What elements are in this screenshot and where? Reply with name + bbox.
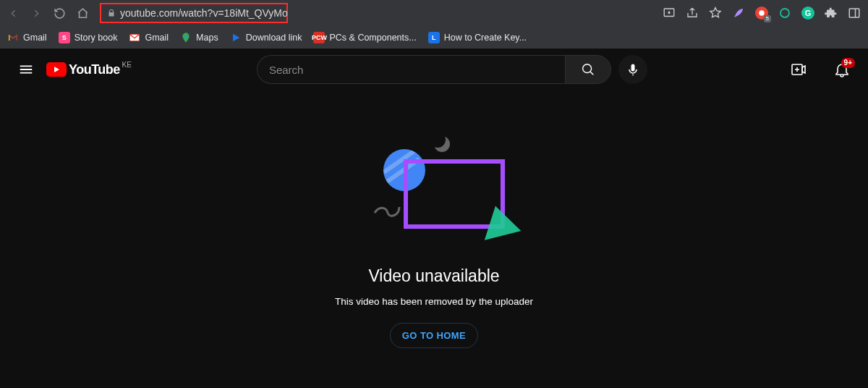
error-subtitle: This video has been removed by the uploa… [335, 296, 533, 307]
extension-teal-icon[interactable] [778, 7, 791, 20]
bookmark-label: Gmail [23, 33, 47, 43]
url-text: youtube.com/watch?v=18iMt_QVyMo [120, 7, 288, 19]
voice-search-button[interactable] [618, 55, 647, 84]
extension-feather-icon[interactable] [732, 7, 745, 20]
share-icon[interactable] [686, 7, 699, 20]
svg-point-6 [184, 35, 187, 37]
bookmarks-bar: GmailSStory bookGmailMapsDownload linkPC… [0, 26, 868, 49]
youtube-wordmark: YouTube [69, 62, 120, 77]
error-illustration [362, 140, 506, 249]
lock-icon [107, 9, 116, 17]
toolbar-right: 5 G [663, 7, 864, 20]
extension-red-icon[interactable]: 5 [755, 7, 768, 20]
browser-toolbar: youtube.com/watch?v=18iMt_QVyMo 5 G [0, 0, 868, 26]
search-form [257, 55, 647, 84]
svg-point-1 [759, 10, 765, 16]
svg-rect-3 [849, 9, 859, 17]
svg-line-8 [590, 72, 593, 75]
extensions-puzzle-icon[interactable] [825, 7, 838, 20]
home-button[interactable] [74, 4, 91, 22]
menu-button[interactable] [12, 55, 41, 84]
bookmark-label: Gmail [145, 33, 169, 43]
reload-button[interactable] [51, 4, 68, 22]
go-home-button[interactable]: GO TO HOME [390, 323, 478, 348]
country-code: KE [122, 61, 131, 69]
create-button[interactable] [784, 55, 813, 84]
bookmark-item[interactable]: PCWPCs & Components... [313, 32, 416, 43]
error-content: Video unavailable This video has been re… [0, 90, 868, 388]
youtube-header: YouTube KE 9+ [0, 49, 868, 90]
bookmark-item[interactable]: SStory book [59, 32, 118, 43]
back-button[interactable] [4, 4, 22, 22]
error-title: Video unavailable [368, 266, 499, 286]
notifications-button[interactable]: 9+ [827, 55, 856, 84]
forward-button[interactable] [27, 4, 45, 22]
bookmark-star-icon[interactable] [709, 7, 722, 20]
bookmark-label: PCs & Components... [329, 33, 416, 43]
address-bar[interactable]: youtube.com/watch?v=18iMt_QVyMo [100, 3, 288, 23]
bookmark-item[interactable]: Gmail [7, 32, 47, 43]
sidepanel-icon[interactable] [848, 7, 861, 20]
youtube-play-icon [46, 62, 67, 77]
notification-badge: 9+ [841, 58, 855, 68]
search-input[interactable] [257, 55, 565, 84]
bookmark-item[interactable]: LHow to Create Key... [428, 32, 527, 43]
bookmark-label: Story book [75, 33, 118, 43]
install-app-icon[interactable] [663, 7, 676, 20]
bookmark-label: Download link [246, 33, 302, 43]
bookmark-label: Maps [196, 33, 218, 43]
bookmark-label: How to Create Key... [444, 33, 527, 43]
extension-grammarly-icon[interactable]: G [801, 7, 814, 20]
search-button[interactable] [565, 55, 611, 84]
svg-point-2 [780, 9, 789, 17]
address-bar-highlight: youtube.com/watch?v=18iMt_QVyMo [100, 3, 288, 23]
bookmark-item[interactable]: Download link [230, 32, 302, 43]
bookmark-item[interactable]: Maps [180, 32, 218, 43]
bookmark-item[interactable]: Gmail [129, 32, 169, 43]
svg-point-7 [583, 64, 592, 73]
extension-badge: 5 [764, 15, 771, 22]
youtube-logo[interactable]: YouTube KE [46, 62, 120, 77]
